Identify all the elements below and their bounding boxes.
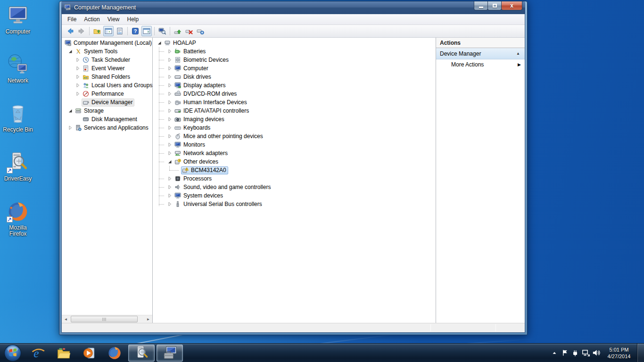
expand-icon[interactable] [166, 141, 173, 148]
expand-icon[interactable] [166, 107, 173, 115]
tree-item-computer[interactable]: Computer [153, 64, 436, 73]
expand-icon[interactable] [166, 56, 173, 64]
scroll-right-arrow[interactable]: ► [144, 315, 152, 323]
tree-item-display-adapters[interactable]: Display adapters [153, 81, 436, 90]
taskbar-windows-explorer[interactable] [51, 344, 76, 362]
titlebar[interactable]: Computer Management x [61, 1, 525, 14]
tray-action-center[interactable] [560, 344, 570, 362]
tree-item-services-and-applications[interactable]: Services and Applications [62, 123, 152, 132]
show-hide-console-tree-button[interactable] [103, 26, 114, 36]
desktop-icon-drivereasy[interactable]: DriverEasy [1, 152, 35, 182]
tree-item-keyboards[interactable]: Keyboards [153, 123, 436, 132]
collapse-icon[interactable] [156, 39, 163, 47]
more-actions-item[interactable]: More Actions ▶ [436, 59, 525, 70]
tree-item-dvd-cd-rom-drives[interactable]: DVD/CD-ROM drives [153, 90, 436, 98]
expand-icon[interactable] [166, 192, 173, 199]
tree-item-local-users-and-groups[interactable]: Local Users and Groups [62, 81, 152, 90]
tree-item-event-viewer[interactable]: Event Viewer [62, 64, 152, 73]
expand-icon[interactable] [166, 73, 173, 81]
update-driver-button[interactable] [173, 26, 183, 36]
properties-button[interactable] [115, 26, 125, 36]
tree-item-performance[interactable]: Performance [62, 90, 152, 98]
collapse-caret-icon[interactable]: ▲ [516, 51, 520, 56]
tree-item-computer-management-local[interactable]: Computer Management (Local) [62, 39, 152, 47]
tree-item-ide-ata-atapi-controllers[interactable]: IDE ATA/ATAPI controllers [153, 107, 436, 115]
tree-item-monitors[interactable]: Monitors [153, 140, 436, 149]
up-one-level-button[interactable] [92, 26, 102, 36]
menu-file[interactable]: File [64, 15, 80, 24]
menu-help[interactable]: Help [124, 15, 143, 24]
tree-item-processors[interactable]: Processors [153, 174, 436, 183]
expand-icon[interactable] [166, 48, 173, 55]
taskbar-firefox[interactable] [102, 344, 127, 362]
tree-item-bcm43142a0[interactable]: BCM43142A0 [153, 166, 436, 174]
taskbar-computer-management[interactable] [157, 345, 183, 362]
actions-group-device-manager[interactable]: Device Manager ▲ [436, 48, 525, 59]
expand-icon[interactable] [166, 124, 173, 132]
expand-icon[interactable] [166, 99, 173, 106]
tree-item-universal-serial-bus-controllers[interactable]: Universal Serial Bus controllers [153, 200, 436, 208]
desktop-icon-mozilla-firefox[interactable]: MozillaFirefox [1, 201, 35, 237]
tray-show-hidden-icons[interactable] [549, 344, 560, 362]
expand-icon[interactable] [166, 183, 173, 191]
tree-item-sound-video-and-game-controllers[interactable]: Sound, video and game controllers [153, 183, 436, 191]
expand-icon[interactable] [74, 90, 82, 98]
menu-action[interactable]: Action [80, 15, 103, 24]
collapse-icon[interactable] [166, 158, 173, 165]
taskbar-windows-media-player[interactable] [76, 344, 102, 362]
show-desktop-button[interactable] [637, 344, 644, 362]
expand-icon[interactable] [166, 65, 173, 72]
expand-icon[interactable] [166, 82, 173, 89]
close-button[interactable]: x [501, 1, 522, 10]
expand-icon[interactable] [74, 65, 82, 72]
tree-item-disk-drives[interactable]: Disk drives [153, 73, 436, 81]
tree-item-hoalap[interactable]: HOALAP [153, 39, 436, 47]
tree-item-system-tools[interactable]: System Tools [62, 47, 152, 56]
show-hide-action-pane-button[interactable] [141, 26, 152, 36]
uninstall-device-button[interactable] [184, 26, 194, 36]
expand-icon[interactable] [74, 82, 82, 89]
expand-icon[interactable] [66, 124, 74, 132]
horizontal-scrollbar[interactable]: ◄ ► [62, 315, 152, 323]
tree-item-human-interface-devices[interactable]: Human Interface Devices [153, 98, 436, 107]
tree-item-shared-folders[interactable]: Shared Folders [62, 73, 152, 81]
tree-item-other-devices[interactable]: ?Other devices [153, 157, 436, 166]
scrollbar-thumb[interactable] [71, 316, 138, 322]
tray-volume[interactable] [591, 344, 601, 362]
tray-network-status[interactable] [580, 344, 591, 362]
restore-button[interactable] [487, 1, 502, 10]
minimize-button[interactable] [474, 1, 488, 10]
desktop-icon-recycle-bin[interactable]: Recycle Bin [1, 103, 35, 133]
help-button[interactable]: ? [130, 26, 140, 36]
expand-icon[interactable] [166, 132, 173, 140]
expand-icon[interactable] [166, 200, 173, 208]
collapse-icon[interactable] [66, 107, 74, 115]
expand-icon[interactable] [166, 90, 173, 98]
tree-item-mice-and-other-pointing-devices[interactable]: Mice and other pointing devices [153, 132, 436, 140]
collapse-icon[interactable] [66, 48, 74, 55]
desktop-icon-network[interactable]: Network [1, 54, 35, 84]
taskbar-internet-explorer[interactable]: e [25, 344, 51, 362]
tray-power[interactable] [570, 344, 580, 362]
taskbar-drivereasy[interactable] [128, 345, 155, 362]
tree-item-biometric-devices[interactable]: Biometric Devices [153, 56, 436, 64]
tree-item-network-adapters[interactable]: Network adapters [153, 149, 436, 157]
taskbar-clock[interactable]: 5:01 PM 4/27/2014 [603, 346, 635, 360]
taskbar-start[interactable] [0, 344, 25, 362]
scan-hardware-changes-button[interactable] [195, 26, 206, 36]
expand-icon[interactable] [166, 115, 173, 123]
scroll-left-arrow[interactable]: ◄ [62, 315, 70, 323]
tree-item-storage[interactable]: Storage [62, 107, 152, 115]
forward-button[interactable] [76, 26, 87, 36]
expand-icon[interactable] [166, 175, 173, 182]
tree-item-imaging-devices[interactable]: Imaging devices [153, 115, 436, 123]
desktop-icon-computer[interactable]: Computer [1, 5, 35, 35]
tree-item-system-devices[interactable]: System devices [153, 191, 436, 200]
expand-icon[interactable] [74, 73, 82, 81]
back-button[interactable] [65, 26, 75, 36]
tree-item-device-manager[interactable]: Device Manager [62, 98, 152, 107]
tree-item-batteries[interactable]: Batteries [153, 47, 436, 56]
tree-item-task-scheduler[interactable]: Task Scheduler [62, 56, 152, 64]
menu-view[interactable]: View [104, 15, 124, 24]
expand-icon[interactable] [166, 149, 173, 157]
